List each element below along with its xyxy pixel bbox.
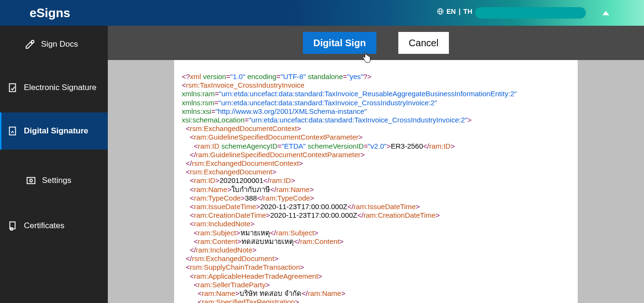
sidebar: Sign Docs Electronic Signature Digital S…: [0, 26, 108, 303]
svg-rect-6: [27, 178, 35, 184]
cursor-hand-icon: [362, 52, 371, 63]
nav-label: Digital Signature: [24, 126, 88, 136]
svg-point-7: [30, 179, 32, 182]
nav-label: Electronic Signature: [24, 83, 96, 92]
digital-sign-button[interactable]: Digital Sign: [303, 32, 376, 54]
xml-source: <?xml version="1.0" encoding="UTF-8" sta…: [182, 72, 570, 303]
xml-viewer[interactable]: <?xml version="1.0" encoding="UTF-8" sta…: [174, 60, 578, 303]
cancel-button[interactable]: Cancel: [398, 32, 449, 54]
header-search-pill[interactable]: [475, 7, 586, 19]
chevron-up-icon: [602, 11, 609, 15]
settings-icon: [26, 175, 36, 186]
lang-th[interactable]: TH: [463, 8, 472, 15]
language-switch[interactable]: EN | TH: [437, 8, 472, 15]
globe-icon: [437, 8, 444, 15]
lang-sep: |: [458, 8, 460, 15]
lang-en[interactable]: EN: [447, 8, 456, 15]
svg-point-3: [31, 40, 34, 43]
nav-digital-signature[interactable]: Digital Signature: [0, 112, 108, 150]
nav-label: Certificates: [24, 221, 64, 231]
doc-pen-icon: [8, 82, 18, 93]
content-area: <?xml version="1.0" encoding="UTF-8" sta…: [108, 60, 644, 303]
nav-electronic-signature[interactable]: Electronic Signature: [0, 63, 108, 112]
nav-certificates[interactable]: Certificates: [0, 212, 108, 240]
nav-sign-docs[interactable]: Sign Docs: [0, 26, 108, 63]
doc-sign-icon: [8, 126, 18, 136]
app-header: eSigns EN | TH: [0, 0, 644, 26]
nav-label: Sign Docs: [41, 40, 78, 49]
certificate-icon: [8, 221, 18, 231]
nav-label: Settings: [42, 176, 71, 185]
pen-icon: [25, 39, 35, 50]
action-bar: Digital Sign Cancel: [108, 26, 644, 60]
nav-settings[interactable]: Settings: [0, 150, 108, 212]
header-collapse-button[interactable]: [587, 0, 625, 26]
app-logo: eSigns: [30, 6, 70, 20]
